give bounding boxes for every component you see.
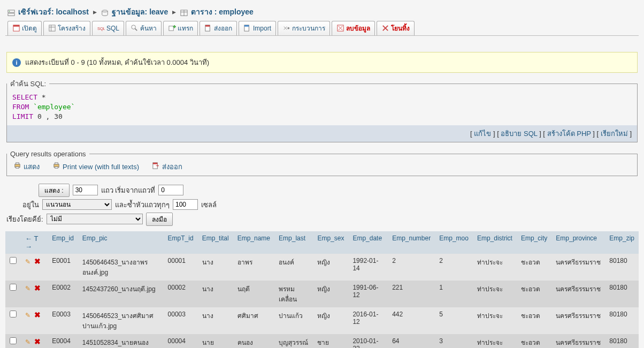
tab-operations[interactable]: กระบวนการ [278,21,330,35]
mode-select[interactable]: แนวนอน [42,199,112,210]
cell-Emp_date: 2010-01-22 [348,334,388,348]
sort-label: เรียงโดยคีย์: [6,214,43,225]
col-Emp_province[interactable]: Emp_province [551,231,605,254]
sql-php-link[interactable]: สร้างโค้ด PHP [547,130,591,138]
search-icon [131,24,139,32]
start-row-input[interactable] [158,185,183,195]
col-Emp_city[interactable]: Emp_city [517,231,551,254]
sql-explain-link[interactable]: อธิบาย SQL [501,130,537,138]
pencil-icon[interactable]: ✎ [25,338,30,346]
tab-insert[interactable]: แทรก [163,21,198,35]
cell-Emp_moo: 3 [435,334,473,348]
svg-point-13 [132,25,136,29]
in-label: อยู่ใน [22,199,39,210]
svg-rect-9 [49,25,55,31]
delete-icon[interactable]: ✖ [34,311,41,319]
cell-label: เซลล์ [201,199,217,210]
svg-rect-31 [55,167,58,168]
col-Emp_zip[interactable]: Emp_zip [605,231,639,254]
delete-icon[interactable]: ✖ [34,284,41,292]
delete-icon[interactable]: ✖ [34,257,41,266]
sql-edit-link[interactable]: แก้ไข [474,130,491,138]
sql-refresh-link[interactable]: เรียกใหม่ [601,130,628,138]
cell-Emp_name: ศศิมาศ [233,307,274,334]
row-checkbox[interactable] [10,337,17,344]
col-Emp_moo[interactable]: Emp_moo [435,231,473,254]
cell-Emp_pic: 1451052834_นายคนอง บุญสุวรรณ์.jpg [78,334,164,348]
delete-icon[interactable]: ✖ [34,337,41,346]
insert-icon [168,24,176,32]
tab-search[interactable]: ค้นหา [126,21,162,35]
import-icon [243,24,251,32]
tab-empty[interactable]: ลบข้อมูล [332,21,375,35]
pencil-icon[interactable]: ✎ [25,258,30,266]
tab-label: โยนทิ้ง [391,23,410,33]
breadcrumb-table[interactable]: ตาราง : employee [191,7,254,16]
cell-Emp_province: นครศรีธรรมราช [551,307,605,334]
tab-browse[interactable]: เปิดดู [7,21,42,35]
cell-Emp_city: ชะอวด [517,254,551,281]
action-col: ← T → [21,231,48,254]
col-Emp_tital[interactable]: Emp_tital [198,231,233,254]
cell-EmpT_id: 00002 [164,281,198,307]
col-Emp_date[interactable]: Emp_date [348,231,388,254]
col-EmpT_id[interactable]: EmpT_id [164,231,198,254]
row-checkbox[interactable] [10,284,17,291]
col-Emp_name[interactable]: Emp_name [233,231,274,254]
tab-label: Import [253,25,271,32]
col-Emp_id[interactable]: Emp_id [48,231,78,254]
repeat-label: และซ้ำหัวแถวทุกๆ [115,199,170,210]
ops-print-full[interactable]: Print view (with full texts) [52,161,139,172]
col-Emp_pic[interactable]: Emp_pic [78,231,164,254]
tab-import[interactable]: Import [239,21,276,35]
cell-Emp_number: 2 [388,254,435,281]
col-Emp_last[interactable]: Emp_last [274,231,313,254]
cell-Emp_sex: หญิง [313,307,348,334]
cell-Emp_sex: หญิง [313,254,348,281]
cell-Emp_tital: นาง [198,254,233,281]
browse-icon [12,24,20,32]
cell-Emp_number: 221 [388,281,435,307]
cell-Emp_date: 1992-01-14 [348,254,388,281]
start-row-label: แถว เริ่มจากแถวที่ [101,185,156,196]
col-Emp_number[interactable]: Emp_number [388,231,435,254]
server-icon [7,9,15,16]
go-button[interactable]: ลงมือ [146,213,173,226]
breadcrumb-database[interactable]: ฐานข้อมูล: leave [112,7,168,16]
show-button[interactable]: แสดง : [39,184,70,197]
tab-structure[interactable]: โครงสร้าง [43,21,90,35]
sort-select[interactable]: ไม่มี [47,214,143,224]
cell-Emp_id: E0001 [48,254,78,281]
tab-export[interactable]: ส่งออก [200,21,237,35]
cell-Emp_tital: นาง [198,281,233,307]
tab-sql[interactable]: SQLSQL [92,21,124,35]
rows-count-input[interactable] [73,185,98,195]
cell-Emp_last: อนงค์ [274,254,313,281]
cell-Emp_moo: 2 [435,254,473,281]
svg-rect-33 [153,163,157,164]
ops-export[interactable]: ส่งออก [152,161,182,172]
col-Emp_sex[interactable]: Emp_sex [313,231,348,254]
ops-show[interactable]: แสดง [13,161,40,172]
col-Emp_district[interactable]: Emp_district [473,231,517,254]
export-icon [152,162,160,171]
sql-kw-from: FROM [12,103,29,111]
svg-text:SQL: SQL [97,26,105,31]
cell-Emp_zip: 80180 [605,307,639,334]
row-checkbox[interactable] [10,311,17,317]
repeat-input[interactable] [173,199,198,210]
svg-rect-15 [169,26,173,31]
pencil-icon[interactable]: ✎ [25,312,30,319]
row-checkbox[interactable] [10,257,17,264]
cell-Emp_name: คนอง [233,334,274,348]
breadcrumb-server[interactable]: เซิร์ฟเวอร์: localhost [18,7,89,16]
tab-drop[interactable]: โยนทิ้ง [377,21,415,35]
export-icon [204,24,212,32]
cell-Emp_city: ชะอวด [517,307,551,334]
cell-Emp_district: ท่าประจะ [473,254,517,281]
structure-icon [48,24,56,32]
pencil-icon[interactable]: ✎ [25,285,30,292]
cell-Emp_name: นฤดี [233,281,274,307]
sql-kw-select: SELECT [12,93,37,101]
cell-EmpT_id: 00003 [164,307,198,334]
